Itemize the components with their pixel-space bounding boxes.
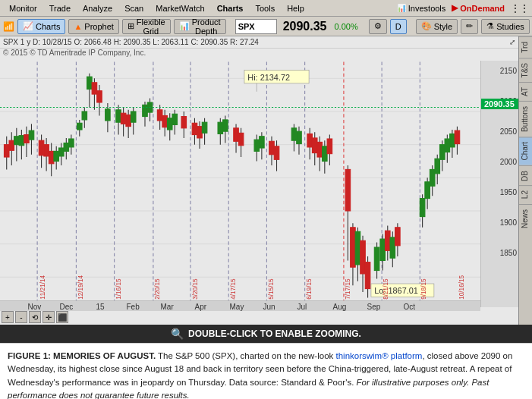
investools-button[interactable]: 📊 Investools: [397, 4, 446, 13]
caption-text-1: The S&P 500 (SPX), charted on the new-lo…: [156, 351, 335, 360]
cursor-button[interactable]: ✛: [42, 311, 55, 323]
svg-text:9/18/15: 9/18/15: [420, 278, 427, 300]
chart-svg[interactable]: Hi: 2134.72 Lo: 1867.01 11/21/14 12/19/1…: [0, 61, 480, 307]
menu-help[interactable]: Help: [281, 2, 310, 14]
menu-trade[interactable]: Trade: [43, 2, 77, 14]
menu-bar: Monitor Trade Analyze Scan MarketWatch C…: [0, 0, 532, 17]
svg-text:2/20/15: 2/20/15: [154, 278, 161, 300]
svg-rect-34: [44, 145, 49, 156]
settings-button[interactable]: ⚙: [369, 19, 387, 34]
svg-text:3/20/15: 3/20/15: [192, 278, 199, 300]
svg-rect-28: [24, 135, 30, 143]
zoom-in-button[interactable]: +: [2, 311, 14, 323]
tab-at[interactable]: AT: [519, 82, 532, 101]
menu-marketwatch[interactable]: MarketWatch: [150, 2, 210, 14]
zoom-bar[interactable]: 🔍 DOUBLE-CLICK TO ENABLE ZOOMING.: [0, 325, 532, 343]
svg-text:4/17/15: 4/17/15: [230, 278, 237, 300]
flexible-grid-button[interactable]: ⊞ Flexible Grid: [122, 19, 171, 34]
tab-db[interactable]: DB: [519, 165, 532, 186]
menu-grid-icon: ⋮⋮: [511, 3, 529, 14]
svg-text:Jun: Jun: [263, 303, 275, 311]
svg-rect-44: [69, 139, 74, 147]
grid-icon: ⊞: [127, 21, 134, 31]
svg-rect-122: [360, 240, 366, 274]
tab-l2[interactable]: L2: [519, 185, 532, 203]
symbol-input[interactable]: [235, 19, 277, 34]
svg-rect-62: [126, 115, 131, 126]
price-axis: 2150 2100 2050 2000 1950 1900 1850 2090.…: [480, 61, 518, 307]
tab-chart[interactable]: Chart: [519, 137, 532, 165]
svg-rect-52: [92, 83, 97, 94]
svg-text:6/19/15: 6/19/15: [306, 278, 313, 300]
svg-rect-138: [425, 182, 430, 199]
ondemand-button[interactable]: ▶ OnDemand: [452, 3, 505, 13]
svg-rect-20: [4, 145, 9, 157]
svg-rect-42: [64, 143, 69, 151]
svg-rect-0: [0, 62, 480, 306]
chart-inner[interactable]: SPX 1 y D: 10/28/15 O: 2066.48 H: 2090.3…: [0, 36, 518, 325]
tab-ts[interactable]: T&S: [519, 58, 532, 82]
timeframe-label: D: [395, 22, 401, 31]
svg-rect-104: [297, 131, 302, 143]
svg-rect-126: [374, 247, 379, 271]
current-price-badge: 2090.35: [481, 99, 518, 109]
svg-text:Feb: Feb: [127, 303, 140, 311]
svg-rect-22: [9, 140, 14, 150]
svg-rect-92: [238, 133, 244, 145]
menu-tools[interactable]: Tools: [249, 2, 281, 14]
menu-scan[interactable]: Scan: [118, 2, 150, 14]
svg-text:Nov: Nov: [28, 303, 42, 311]
svg-text:12/19/14: 12/19/14: [77, 275, 84, 299]
svg-rect-80: [192, 123, 197, 134]
svg-text:Dec: Dec: [60, 303, 74, 311]
price-display: 2090.35: [280, 20, 330, 33]
svg-rect-60: [121, 113, 126, 124]
pencil-button[interactable]: ✏: [461, 19, 478, 34]
svg-text:Sep: Sep: [367, 303, 381, 311]
charts-button[interactable]: 📈 Charts: [17, 19, 65, 34]
zoom-message: DOUBLE-CLICK TO ENABLE ZOOMING.: [188, 328, 361, 339]
figure-label: FIGURE 1: MEMORIES OF AUGUST.: [8, 351, 156, 360]
svg-rect-86: [218, 122, 223, 134]
svg-text:May: May: [230, 303, 244, 311]
svg-rect-96: [260, 137, 265, 148]
product-depth-button[interactable]: 📊 Product Depth: [174, 19, 226, 34]
svg-rect-118: [351, 228, 356, 267]
svg-rect-136: [420, 199, 425, 217]
price-level-2000: 2000: [500, 158, 517, 166]
svg-rect-120: [355, 231, 360, 265]
svg-rect-102: [291, 128, 297, 140]
studies-button[interactable]: ⚗ Studies: [481, 19, 530, 34]
tab-trd[interactable]: Trd: [519, 36, 532, 58]
price-level-1900: 1900: [500, 218, 517, 227]
style-button[interactable]: 🎨 Style: [416, 19, 458, 34]
chart-container: SPX 1 y D: 10/28/15 O: 2066.48 H: 2090.3…: [0, 36, 532, 325]
chart-info-text: SPX 1 y D: 10/28/15 O: 2066.48 H: 2090.3…: [3, 38, 259, 46]
tab-news[interactable]: News: [519, 204, 532, 233]
zoom-out-button[interactable]: -: [15, 311, 27, 323]
chart-icon: 📈: [23, 21, 33, 31]
menu-monitor[interactable]: Monitor: [3, 2, 43, 14]
menu-charts[interactable]: Charts: [211, 2, 250, 14]
svg-text:15: 15: [96, 303, 105, 311]
timeframe-button[interactable]: D: [390, 19, 407, 34]
prophet-button[interactable]: ▲ Prophet: [68, 19, 118, 34]
svg-rect-30: [29, 130, 34, 140]
pan-button[interactable]: ⬛: [56, 311, 68, 323]
svg-rect-94: [254, 140, 260, 151]
svg-rect-150: [455, 130, 460, 143]
svg-rect-88: [223, 120, 228, 131]
expand-icon[interactable]: ⤢: [509, 38, 515, 46]
signal-icon: 📶: [3, 21, 14, 32]
zoom-reset-button[interactable]: ⟲: [29, 311, 41, 323]
svg-rect-48: [82, 112, 87, 120]
svg-rect-36: [49, 151, 54, 163]
menu-analyze[interactable]: Analyze: [77, 2, 118, 14]
tab-buttons[interactable]: Buttons: [519, 101, 532, 137]
thinkorswim-link[interactable]: thinkorswim® platform: [335, 351, 422, 360]
svg-rect-110: [317, 142, 323, 157]
svg-text:Lo: 1867.01: Lo: 1867.01: [374, 286, 418, 295]
toolbar: 📶 📈 Charts ▲ Prophet ⊞ Flexible Grid 📊 P…: [0, 17, 532, 36]
prophet-icon: ▲: [74, 22, 82, 31]
investools-icon: 📊: [397, 4, 406, 12]
